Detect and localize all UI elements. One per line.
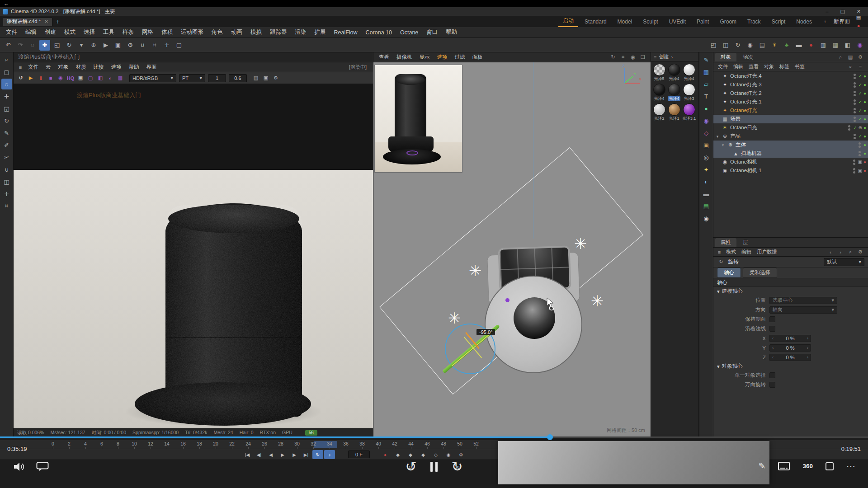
save-image-icon[interactable]: ▤ [251,74,260,83]
material-thumbnail[interactable]: 光泽4 [667,83,681,102]
viewport-menu-item[interactable]: 选项 [434,52,451,62]
burger-icon[interactable]: ≡ [856,63,864,71]
octane-menu-item[interactable]: 帮助 [125,62,143,72]
record-button[interactable]: ● [380,450,391,459]
burger-icon[interactable]: ≡ [16,63,24,71]
viewport-zoom-icon[interactable]: ⌕ [1,54,12,65]
tab-takes[interactable]: 场次 [737,53,759,61]
knife-tool-icon[interactable]: ✂ [1,152,12,163]
octane-render-view[interactable]: 渡煊Plus版商业基础入门 [14,84,373,428]
axis-tool-icon[interactable]: ✛ [1,188,12,199]
object-tags[interactable]: ▣● [858,160,867,164]
menu-item[interactable]: 工具 [99,27,118,38]
layout-tab[interactable]: Standard [580,16,611,27]
sun-icon[interactable]: ☀ [769,40,780,51]
eye-icon[interactable]: ◉ [745,40,755,51]
object-tags[interactable]: ✓● [859,108,866,113]
material-thumbnail[interactable]: 光泽4 [652,83,666,102]
material-thumbnail[interactable]: 光泽4 [682,63,696,82]
object-tags[interactable]: ✓● [859,91,866,96]
octane-light-gizmo-icon[interactable]: ✳ [571,235,590,253]
cube-primitive-icon[interactable]: ▦ [701,66,712,77]
coordinate-system-icon[interactable]: ⊕ [88,40,99,51]
viewport-camera-icon[interactable]: ◉ [629,53,637,61]
mirror-tool-icon[interactable]: ◫ [1,176,12,187]
menu-item[interactable]: 创建 [41,27,60,38]
copy-image-icon[interactable]: ▣ [261,74,270,83]
material-thumbnail[interactable]: 光泽1 [667,103,681,122]
render-picture-icon[interactable]: ▣ [113,40,123,51]
menu-item[interactable]: 窗口 [422,27,442,38]
visibility-dots[interactable] [854,99,856,105]
octane-light-gizmo-icon[interactable]: ✳ [466,262,484,280]
object-manager-menu-item[interactable]: 查看 [746,62,761,71]
volume-icon[interactable] [14,462,25,471]
visibility-dots[interactable] [848,125,850,131]
along-normals-checkbox[interactable] [769,326,775,332]
menu-item[interactable]: 编辑 [21,27,41,38]
forward-30-button[interactable]: ↻ 30 [449,459,465,474]
keyframe-position-icon[interactable]: ◆ [392,450,403,459]
light-icon[interactable]: ✦ [701,164,712,175]
preset-dropdown[interactable]: 默认 ▾ [824,258,864,266]
visibility-dots[interactable] [853,168,855,174]
octane-light-gizmo-icon[interactable]: ✳ [445,309,463,327]
node-icon[interactable]: ◧ [842,40,853,51]
keyframe-rotation-icon[interactable]: ◆ [418,450,429,459]
plane-primitive-icon[interactable]: ▱ [701,79,712,89]
visibility-dots[interactable] [853,160,855,165]
pause-button[interactable] [430,461,438,472]
object-tags[interactable]: ✓● [859,134,866,139]
viewport-sync-icon[interactable]: ↻ [609,53,617,61]
menu-item[interactable]: 跟踪器 [266,27,291,38]
tab-soft-selection[interactable]: 柔和选择 [743,267,777,278]
object-row[interactable]: ✦ Octane灯光.4 ✓● [713,72,868,80]
layout-tab[interactable]: Paint [692,16,713,27]
field-icon[interactable]: ◉ [701,115,712,126]
octane-menu-item[interactable]: 界面 [143,62,160,72]
menu-item[interactable]: 文件 [2,27,21,38]
object-tags[interactable]: ▣● [858,168,867,173]
viewport-canvas[interactable]: ✳ ✳ ✳ ✳ -95.0° [373,62,651,436]
volume-icon[interactable]: ● [701,103,712,114]
history-forward-icon[interactable]: › [836,248,844,256]
viewport-menu-item[interactable]: 摄像机 [393,52,416,62]
octane-pause-icon[interactable]: ‖ [36,74,45,83]
increment-icon[interactable]: › [807,345,808,350]
more-options-icon[interactable]: ⋯ [846,464,855,469]
chat-bubble-icon[interactable] [36,462,49,471]
colorspace-dropdown[interactable]: HDR/sRGB ▾ [129,74,176,82]
menu-item[interactable]: 渲染 [291,27,311,38]
object-row[interactable]: ✦ Octane灯光.2 ✓● [713,89,868,98]
keyframe-param-icon[interactable]: ◇ [430,450,441,459]
tab-axis[interactable]: 轴心 [717,267,741,278]
film-region-icon[interactable]: ◧ [96,74,105,83]
exposure-field[interactable]: 0.6 [229,74,247,82]
menu-item[interactable]: 动画 [227,27,246,38]
octane-menu-item[interactable]: 对象 [55,62,72,72]
scale-tool-icon[interactable]: ◱ [52,40,62,51]
back-arrow-icon[interactable]: ← [4,0,9,7]
visibility-dots[interactable] [854,108,856,113]
live-selection-icon[interactable]: ◌ [27,40,38,51]
sync-icon[interactable]: ↻ [732,40,743,51]
screen-icon[interactable]: ▬ [793,40,804,51]
menu-item[interactable]: 角色 [208,27,227,38]
expand-arrow-icon[interactable]: ▾ [721,143,725,147]
brush-tool-icon[interactable]: ✐ [1,140,12,150]
object-manager-menu-item[interactable]: 对象 [761,62,777,71]
object-tags[interactable]: ✓● [859,99,866,104]
material-thumbnail[interactable]: 光泽5 [652,63,666,82]
viewport-menu-item[interactable]: 过滤 [451,52,469,62]
octane-restart-icon[interactable]: ↺ [16,74,25,83]
layout-tab[interactable]: 启动 [558,16,578,27]
prev-frame-button[interactable]: ◀ [265,450,276,459]
sky-icon[interactable]: ◐ [701,176,712,187]
move-tool-icon[interactable]: ✚ [1,91,12,102]
mode-360-button[interactable]: 360 [802,463,813,469]
search-icon[interactable]: ⌕ [836,53,844,61]
octane-menu-item[interactable]: 材质 [72,62,90,72]
object-row[interactable]: ◉ Octane相机 ▣● [713,158,868,166]
object-manager-menu-item[interactable]: 编辑 [731,62,746,71]
play-button[interactable]: ▶ [277,450,288,459]
